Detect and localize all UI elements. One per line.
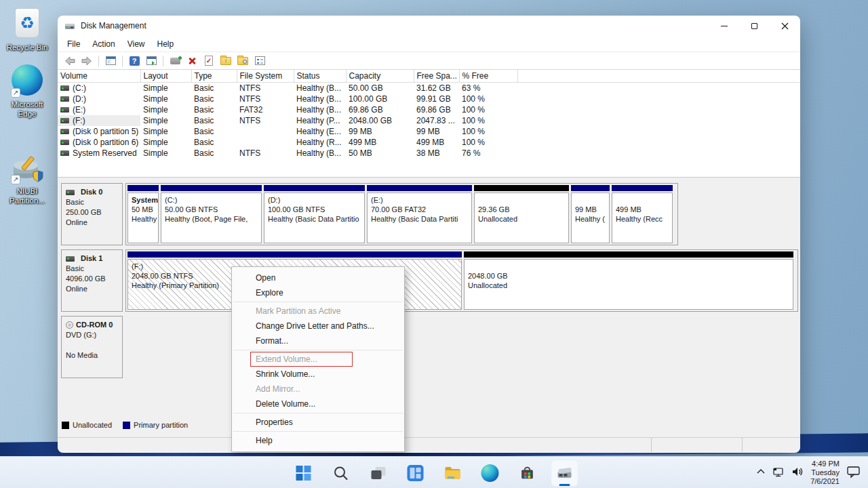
col-type[interactable]: Type [191,70,237,83]
volume-icon [60,129,69,134]
table-row[interactable]: (Disk 0 partition 6) SimpleBasic Healthy… [58,137,800,148]
partition-d[interactable]: (D:)100.00 GB NTFSHealthy (Basic Data Pa… [264,185,365,243]
menu-view[interactable]: View [121,38,151,50]
desktop-icon-microsoft-edge[interactable]: ↗ Microsoft Edge [1,62,53,119]
menu-item-format[interactable]: Format... [232,333,404,348]
search-button[interactable] [328,460,355,487]
console-tree-icon [106,56,116,65]
maximize-button[interactable] [739,16,770,36]
menu-help[interactable]: Help [151,38,180,50]
action-pane-icon [146,56,157,65]
col-capacity[interactable]: Capacity [346,70,414,83]
microsoft-store-icon [519,464,536,482]
table-header-row: Volume Layout Type File System Status Ca… [58,70,800,83]
network-tray-button[interactable] [772,466,785,479]
microsoft-store-button[interactable] [514,460,541,487]
partition-color-band [571,185,610,191]
folder-search-icon [237,57,248,65]
partition-c[interactable]: (C:)50.00 GB NTFSHealthy (Boot, Page Fil… [161,185,262,243]
chat-bubble-icon [846,465,861,479]
partition-color-band [161,185,262,191]
toolbar: ? ✓ ↑ [58,52,800,70]
table-row[interactable]: (C:) SimpleBasic NTFSHealthy (B... 50.00… [58,83,800,94]
partition-color-band [127,251,462,258]
col-percent-free[interactable]: % Free [459,70,517,83]
open-folder-button[interactable]: ↑ [219,54,233,68]
delete-button[interactable] [185,54,199,68]
menu-item-shrink-volume[interactable]: Shrink Volume... [232,367,404,382]
close-button[interactable] [770,16,800,36]
partition-color-band [367,185,472,191]
volume-icon [60,140,69,145]
menu-item-properties[interactable]: Properties [232,415,404,430]
disk1-kind: Basic [66,264,118,274]
desktop-icon-recycle-bin[interactable]: ♻ Recycle Bin [1,5,53,52]
disk-icon [66,190,75,195]
console-tool-icon [170,58,180,64]
desktop: ♻ Recycle Bin ↗ Microsoft Edge ↗ NIUBI P… [0,0,868,488]
menu-item-open[interactable]: Open [232,270,404,285]
partition-unallocated-disk0[interactable]: 29.36 GBUnallocated [474,185,569,243]
col-filler [517,70,800,83]
unallocated-swatch [62,422,69,429]
menu-item-change-drive-letter[interactable]: Change Drive Letter and Paths... [232,319,404,333]
partition-unallocated-disk1[interactable]: 2048.00 GBUnallocated [464,251,793,310]
start-button[interactable] [290,460,317,487]
edge-button[interactable] [477,460,504,487]
tray-chevron-button[interactable] [756,468,766,478]
network-icon [772,466,785,477]
maximize-icon [751,23,757,29]
desktop-icon-label: Microsoft Edge [1,100,53,119]
file-explorer-button[interactable] [439,460,467,487]
taskbar-clock[interactable]: 4:49 PM Tuesday 7/6/2021 [810,460,840,486]
show-action-pane-button[interactable] [144,54,158,68]
menu-action[interactable]: Action [86,38,121,50]
notifications-button[interactable] [846,465,861,481]
disk-management-taskbar-button[interactable] [551,460,578,487]
properties-list-button[interactable] [253,54,267,68]
volume-icon [60,107,69,113]
menu-item-explore[interactable]: Explore [232,285,404,300]
cdrom-panel[interactable]: CD-ROM 0 DVD (G:) No Media [61,316,123,378]
col-file-system[interactable]: File System [237,70,294,83]
speaker-icon [791,466,804,477]
forward-button[interactable] [80,54,94,68]
recycle-bin-icon: ♻ [15,8,39,38]
minimize-button[interactable] [709,16,739,36]
doc-check-icon: ✓ [205,56,213,66]
help-icon: ? [130,56,140,66]
explore-folder-button[interactable] [236,54,250,68]
checklist-icon [255,56,265,65]
shortcut-arrow-icon: ↗ [11,88,20,98]
table-row-selected[interactable]: (F:) SimpleBasic NTFSHealthy (P... 2048.… [58,115,800,126]
table-row[interactable]: (D:) SimpleBasic NTFSHealthy (B... 100.0… [58,94,800,104]
show-console-tree-button[interactable] [104,54,117,68]
disk0-size: 250.00 GB [66,207,118,218]
partition-efi[interactable]: 99 MBHealthy ( [571,185,610,243]
disk0-panel[interactable]: Disk 0 Basic 250.00 GB Online [61,183,123,245]
col-layout[interactable]: Layout [140,70,191,83]
desktop-icon-niubi-partition[interactable]: ↗ NIUBI Partition... [1,149,53,205]
partition-e[interactable]: (E:)70.00 GB FAT32Healthy (Basic Data Pa… [367,185,472,243]
volume-tray-button[interactable] [791,466,804,479]
col-volume[interactable]: Volume [58,70,140,83]
table-row[interactable]: (E:) SimpleBasic FAT32Healthy (B... 69.8… [58,104,800,115]
clock-date: 7/6/2021 [810,477,840,486]
disk1-panel[interactable]: Disk 1 Basic 4096.00 GB Online [61,249,123,312]
menu-file[interactable]: File [61,38,86,50]
menu-item-delete-volume[interactable]: Delete Volume... [232,396,404,411]
back-button[interactable] [63,54,77,68]
table-row[interactable]: System Reserved SimpleBasic NTFSHealthy … [58,148,800,159]
edge-icon [481,464,499,482]
col-free-space[interactable]: Free Spa... [414,70,459,83]
help-button[interactable]: ? [127,54,141,68]
table-row[interactable]: (Disk 0 partition 5) SimpleBasic Healthy… [58,126,800,137]
partition-system-reserved[interactable]: System50 MBHealthy [127,185,159,243]
widgets-button[interactable] [402,460,429,487]
col-status[interactable]: Status [294,70,346,83]
menu-item-help[interactable]: Help [232,433,404,448]
properties-doc-button[interactable]: ✓ [202,54,216,68]
console-tool-button[interactable] [168,54,182,68]
partition-recovery[interactable]: 499 MBHealthy (Recc [612,185,673,243]
task-view-button[interactable] [365,460,392,487]
